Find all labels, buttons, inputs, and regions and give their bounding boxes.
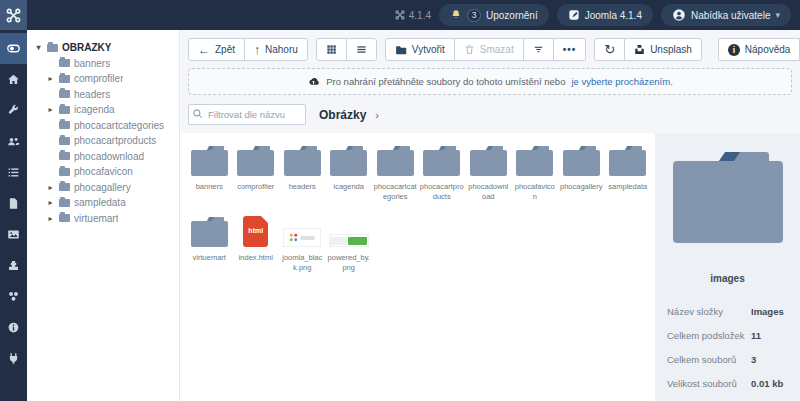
folder-icon (59, 152, 70, 160)
breadcrumb-current[interactable]: Obrázky (319, 108, 366, 122)
grid-view-button[interactable] (316, 38, 347, 61)
cloud-upload-icon (307, 75, 320, 88)
tree-item-root[interactable]: OBRÁZKY (34, 40, 175, 56)
tree-item-sampledata[interactable]: sampledata (34, 195, 175, 211)
rail-modules-button[interactable] (0, 281, 27, 312)
edit-square-icon (568, 9, 580, 21)
tree-item-virtuemart[interactable]: virtuemart (34, 211, 175, 227)
media-grid-area: banners comprofiler headers icagend (180, 133, 655, 401)
tree-item-label: phocacartproducts (74, 135, 156, 146)
grid-item-virtuemart[interactable]: virtuemart (186, 214, 233, 273)
folder-icon (563, 150, 600, 176)
detail-label: Celkem podsložek (667, 330, 751, 341)
grid-item-label: icagenda (334, 182, 364, 192)
folder-icon (59, 59, 70, 67)
grid-item-label: powered_by.png (327, 253, 371, 273)
rail-content-button[interactable] (0, 188, 27, 219)
create-folder-button[interactable]: Vytvořit (385, 38, 455, 61)
grid-item-icagenda[interactable]: icagenda (326, 143, 373, 202)
grid-item-phocacartcategories[interactable]: phocacartcategories (372, 143, 419, 202)
folder-icon (59, 183, 70, 191)
folder-icon (470, 150, 507, 176)
rail-toggle-menu-button[interactable] (0, 33, 27, 64)
refresh-button[interactable]: ↻ (594, 38, 625, 61)
more-options-button[interactable]: ••• (553, 38, 587, 61)
info-circle-icon (7, 321, 20, 334)
detail-value: 3 (751, 354, 756, 365)
upload-dropzone[interactable]: Pro nahrání přetáhněte soubory do tohoto… (188, 68, 792, 95)
grid-item-phocafavicon[interactable]: phocafavicon (512, 143, 559, 202)
chevron-right-icon (46, 183, 55, 192)
detail-row-folder-name: Název složky Images (667, 306, 788, 317)
back-button[interactable]: ← Zpět (188, 38, 245, 61)
tree-item-phocafavicon[interactable]: phocafavicon (34, 164, 175, 180)
tree-item-label: headers (74, 89, 110, 100)
banner-green-segment (348, 237, 367, 245)
details-panel: images Název složky Images Celkem podslo… (655, 133, 800, 401)
menu-list-icon (7, 166, 20, 179)
folder-icon (191, 221, 228, 247)
tree-item-comprofiler[interactable]: comprofiler (34, 71, 175, 87)
site-preview-label: Joomla 4.1.4 (585, 10, 642, 21)
rail-system-button[interactable] (0, 95, 27, 126)
joomla-mark-icon (289, 233, 298, 242)
tree-item-headers[interactable]: headers (34, 87, 175, 103)
browse-files-link[interactable]: je vyberte procházením. (571, 76, 672, 87)
list-view-icon (356, 44, 367, 55)
media-folder-tree: OBRÁZKY banners comprofiler headers icag (27, 30, 180, 401)
grid-item-comprofiler[interactable]: comprofiler (233, 143, 280, 202)
tree-item-banners[interactable]: banners (34, 56, 175, 72)
user-menu-button[interactable]: Nabídka uživatele ▾ (661, 4, 791, 26)
rail-home-button[interactable] (0, 64, 27, 95)
joomla-logo[interactable] (0, 0, 27, 30)
rail-menus-button[interactable] (0, 157, 27, 188)
grid-item-headers[interactable]: headers (279, 143, 326, 202)
help-button[interactable]: i Nápověda (718, 38, 800, 61)
folder-icon (47, 44, 58, 52)
grid-item-powered-by-png[interactable]: powered_by.png (326, 214, 373, 273)
tree-item-label: icagenda (74, 104, 115, 115)
grid-item-phocadownload[interactable]: phocadownload (465, 143, 512, 202)
delete-label: Smazat (480, 44, 514, 55)
grid-item-index-html[interactable]: html index.html (233, 214, 280, 273)
delete-button[interactable]: Smazat (454, 38, 524, 61)
users-icon (7, 135, 20, 148)
grid-item-phocagallery[interactable]: phocagallery (558, 143, 605, 202)
notifications-button[interactable]: 3 Upozornění (439, 4, 549, 26)
sort-filter-button[interactable] (523, 38, 554, 61)
back-label: Zpět (215, 44, 235, 55)
admin-icon-rail (0, 30, 27, 401)
tree-item-phocagallery[interactable]: phocagallery (34, 180, 175, 196)
unsplash-button[interactable]: Unsplash (624, 38, 702, 61)
grid-item-label: comprofiler (237, 182, 274, 192)
plug-icon (7, 352, 20, 365)
new-folder-icon (395, 44, 407, 56)
tree-item-icagenda[interactable]: icagenda (34, 102, 175, 118)
rail-plugins-button[interactable] (0, 343, 27, 374)
list-view-button[interactable] (346, 38, 377, 61)
folder-icon (609, 150, 646, 176)
tree-item-phocacartcategories[interactable]: phocacartcategories (34, 118, 175, 134)
up-button[interactable]: ↑ Nahoru (244, 38, 308, 61)
rail-users-button[interactable] (0, 126, 27, 157)
tree-item-phocadownload[interactable]: phocadownload (34, 149, 175, 165)
document-icon (7, 197, 20, 210)
unsplash-label: Unsplash (650, 44, 692, 55)
puzzle-icon (7, 259, 20, 272)
detail-row-subfolder-count: Celkem podsložek 11 (667, 330, 788, 341)
rail-components-button[interactable] (0, 250, 27, 281)
detail-label: Celkem souborů (667, 354, 751, 365)
rail-media-button[interactable] (0, 219, 27, 250)
tree-item-label: comprofiler (74, 73, 123, 84)
folder-icon (59, 199, 70, 207)
help-info-icon: i (728, 44, 740, 56)
grid-item-banners[interactable]: banners (186, 143, 233, 202)
rail-help-button[interactable] (0, 312, 27, 343)
filter-input[interactable] (188, 104, 306, 125)
tree-item-phocacartproducts[interactable]: phocacartproducts (34, 133, 175, 149)
grid-item-joomla-black-png[interactable]: joomla_black.png (279, 214, 326, 273)
grid-item-sampledata[interactable]: sampledata (605, 143, 652, 202)
version-text: 4.1.4 (409, 10, 431, 21)
grid-item-phocacartproducts[interactable]: phocacartproducts (419, 143, 466, 202)
site-preview-button[interactable]: Joomla 4.1.4 (557, 4, 653, 26)
